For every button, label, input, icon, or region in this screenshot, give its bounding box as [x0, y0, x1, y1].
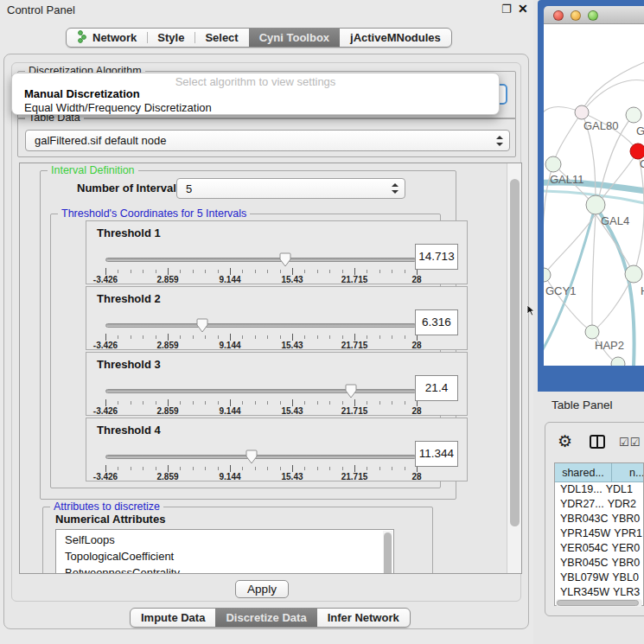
group-title: Threshold's Coordinates for 5 Intervals — [58, 207, 250, 220]
numerical-attributes-label: Numerical Attributes — [55, 513, 165, 526]
node-label: C — [640, 157, 644, 170]
number-of-intervals-combobox[interactable]: 5 — [176, 178, 405, 199]
gear-icon[interactable]: ⚙ — [558, 431, 572, 451]
select-columns-icons[interactable]: ☑☑ — [619, 436, 641, 449]
network-node[interactable] — [611, 357, 625, 366]
mouse-cursor — [526, 304, 535, 316]
slider-track[interactable] — [105, 389, 417, 393]
network-edge — [544, 275, 592, 332]
mac-minimize-button[interactable] — [571, 10, 581, 21]
numerical-attributes-list[interactable]: SelfLoopsTopologicalCoefficientBetweenne… — [55, 529, 394, 574]
network-node[interactable] — [626, 107, 641, 123]
tab-select[interactable]: Select — [194, 29, 248, 47]
menu-item-equal-width-frequency[interactable]: Equal Width/Frequency Discretization — [24, 101, 212, 114]
slider-tick-labels: -3.4262.8599.14415.4321.71528 — [105, 406, 417, 416]
table-data-group: Table Data galFiltered.sif default node — [17, 118, 516, 157]
list-item[interactable]: TopologicalCoefficient — [56, 548, 382, 564]
network-edge — [544, 214, 596, 275]
tab-jactivemnodules[interactable]: jActiveMNodules — [340, 29, 451, 47]
slider-tick-labels: -3.4262.8599.14415.4321.71528 — [105, 275, 417, 284]
network-canvas[interactable]: GAL80GACGAL11GAL4GCY1HHAP2 — [544, 24, 644, 366]
threshold-label: Threshold 1 — [97, 226, 161, 239]
tab-network[interactable]: Network — [67, 29, 147, 47]
threshold-label: Threshold 3 — [97, 358, 161, 371]
slider-track[interactable] — [105, 455, 417, 459]
threshold-value-field[interactable]: 6.316 — [415, 309, 458, 335]
thresholds-group: Threshold's Coordinates for 5 Intervals … — [50, 214, 441, 488]
table-cell: YER054C — [555, 541, 609, 556]
network-node[interactable] — [575, 105, 589, 119]
network-window-titlebar — [544, 6, 644, 24]
mac-zoom-button[interactable] — [588, 10, 598, 21]
scrollbar-thumb[interactable] — [510, 179, 520, 526]
table-row[interactable]: YBL079WYBL0 — [555, 571, 643, 585]
list-item[interactable]: SelfLoops — [56, 532, 382, 548]
table-cell: YPR1 — [610, 526, 643, 541]
tab-label: Select — [205, 31, 238, 44]
tab-cyni-toolbox[interactable]: Cyni Toolbox — [249, 29, 340, 47]
slider-thumb[interactable] — [196, 318, 208, 333]
column-header-name[interactable]: n... — [612, 463, 644, 482]
tab-discretize-data[interactable]: Discretize Data — [215, 609, 316, 627]
slider-thumb[interactable] — [279, 252, 291, 267]
combo-arrows-icon — [495, 136, 503, 146]
table-cell: YBR045C — [555, 556, 609, 571]
threshold-value-field[interactable]: 14.713 — [415, 244, 458, 270]
table-header: shared... n... — [555, 463, 644, 482]
network-edge — [553, 112, 582, 164]
mac-close-button[interactable] — [553, 10, 564, 21]
group-title: Interval Definition — [48, 164, 138, 176]
close-window-icon[interactable]: ✕ — [518, 2, 528, 16]
network-node[interactable] — [585, 325, 599, 339]
table-row[interactable]: YDR27...YDR2 — [555, 497, 643, 512]
table-row[interactable]: YBR045CYBR0 — [555, 556, 643, 571]
slider-thumb[interactable] — [245, 450, 258, 464]
network-canvas-svg: GAL80GACGAL11GAL4GCY1HHAP2 — [544, 24, 644, 366]
table-row[interactable]: YER054CYER0 — [555, 541, 643, 556]
table-cell: YBR043C — [555, 512, 609, 526]
tab-style[interactable]: Style — [147, 29, 194, 47]
float-window-icon[interactable]: ❐ — [501, 3, 512, 16]
table-row[interactable]: YPR145WYPR1 — [555, 526, 643, 541]
node-label: HAP2 — [595, 339, 624, 352]
apply-button[interactable]: Apply — [235, 580, 289, 598]
tab-label: jActiveMNodules — [350, 31, 441, 44]
table-row[interactable]: YDL19...YDL1 — [555, 482, 643, 497]
slider-track[interactable] — [105, 323, 417, 328]
slider-tick-labels: -3.4262.8599.14415.4321.71528 — [105, 341, 417, 350]
number-of-intervals-label: Number of Intervals — [77, 182, 182, 194]
algorithm-dropdown-popup: Select algorithm to view settings Manual… — [11, 73, 500, 115]
column-header-shared[interactable]: shared... — [555, 463, 612, 482]
vertical-scrollbar[interactable] — [507, 163, 521, 573]
column-layout-icon[interactable] — [590, 435, 605, 449]
node-label: GAL4 — [601, 214, 629, 227]
list-scrollbar[interactable] — [383, 531, 392, 574]
network-node[interactable] — [586, 195, 605, 214]
threshold-slider[interactable] — [105, 252, 417, 268]
horizontal-scrollbar[interactable] — [556, 599, 642, 607]
slider-thumb[interactable] — [345, 384, 357, 399]
node-label: GAL80 — [583, 119, 618, 132]
slider-track[interactable] — [105, 258, 417, 262]
control-panel-window: Control Panel ❐ ✕ Network Style Select C… — [0, 0, 533, 644]
threshold-slider[interactable] — [105, 450, 417, 465]
list-item[interactable]: BetweennessCentrality — [56, 564, 382, 574]
network-node[interactable] — [625, 265, 642, 283]
tab-impute-data[interactable]: Impute Data — [131, 609, 215, 627]
table-data-combobox[interactable]: galFiltered.sif default node — [25, 130, 510, 151]
threshold-panel: Threshold 1 -3.4262.8599.14415.4321.7152… — [86, 220, 468, 284]
threshold-slider[interactable] — [105, 318, 417, 334]
table-row[interactable]: YBR043CYBR0 — [555, 512, 643, 526]
attributes-group: Attributes to discretize Numerical Attri… — [42, 507, 433, 574]
network-node[interactable] — [545, 156, 561, 172]
threshold-value-field[interactable]: 21.4 — [415, 375, 458, 401]
tab-label: Impute Data — [141, 611, 205, 624]
scrollbar-thumb[interactable] — [557, 600, 639, 606]
threshold-slider[interactable] — [105, 384, 417, 399]
network-node[interactable] — [544, 268, 551, 282]
threshold-label: Threshold 4 — [97, 424, 161, 437]
threshold-value-field[interactable]: 11.344 — [415, 441, 458, 467]
table-row[interactable]: YLR345WYLR3 — [555, 585, 643, 598]
menu-item-manual-discretization[interactable]: Manual Discretization — [24, 87, 140, 100]
tab-infer-network[interactable]: Infer Network — [317, 609, 410, 627]
